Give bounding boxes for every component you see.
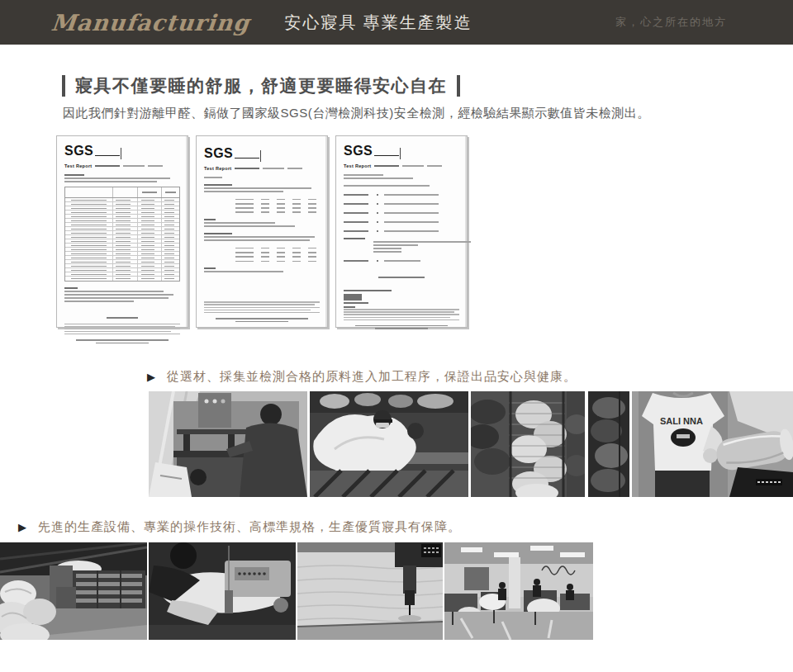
process-caption: ▶ 從選材、採集並檢測合格的原料進入加工程序，保證出品安心與健康。 — [147, 368, 793, 385]
manufacturing-script-logo: Manufacturing — [50, 10, 251, 35]
photo-press-machine-worker — [149, 391, 307, 497]
redacted-line — [427, 165, 442, 167]
document-footer — [204, 316, 320, 322]
test-results-table — [64, 187, 180, 282]
label-value-row — [344, 203, 459, 205]
sgs-reports-row: SGS Test Report — [56, 135, 793, 328]
photo-worker-wrapping-roll: SALI NNA — [632, 391, 793, 497]
label-value-row — [344, 194, 459, 196]
document-footer — [64, 338, 180, 343]
factory-floor-illustration — [444, 542, 593, 640]
header-bar: Manufacturing 安心寢具 專業生產製造 家，心之所在的地方 — [0, 0, 793, 45]
fine-print — [64, 322, 180, 334]
press-machine-illustration — [149, 391, 307, 497]
document-footer — [344, 324, 459, 329]
test-report-heading: Test Report — [64, 163, 180, 168]
photo-factory-floor — [444, 542, 593, 640]
photo-warehouse-rolls — [0, 542, 147, 640]
redacted-line-group — [204, 175, 320, 178]
pillow-rack-illustration — [471, 391, 585, 497]
sample-info-rows — [344, 187, 459, 232]
manufacturing-section: Manufacturing 安心寢具 專業生產製造 家，心之所在的地方 寢具不僅… — [0, 0, 793, 672]
redacted-section-2 — [204, 231, 320, 241]
results-grid-2 — [204, 244, 320, 262]
header-title: 安心寢具 專業生產製造 — [284, 12, 472, 34]
results-grid-1 — [204, 196, 320, 213]
redacted-line — [402, 165, 424, 167]
report-end-mark — [64, 307, 180, 322]
photo-dark-stacked-bags — [588, 391, 629, 497]
sgs-report-document-1: SGS Test Report — [56, 135, 188, 328]
label-value-row — [344, 212, 459, 214]
sgs-logo: SGS — [204, 145, 320, 159]
result-row — [344, 260, 459, 262]
arrow-icon: ▶ — [18, 521, 27, 533]
test-request-block — [344, 236, 459, 253]
redacted-line — [95, 165, 120, 167]
redacted-note-2 — [204, 266, 320, 272]
redacted-line — [263, 168, 284, 169]
duvet-workers-illustration — [310, 391, 468, 497]
process-caption-text: 從選材、採集並檢測合格的原料進入加工程序，保證出品安心與健康。 — [167, 369, 577, 385]
intro-section: 寢具不僅要睡的舒服，舒適更要睡得安心自在 因此我們針對游離甲醛、鎘做了國家級SG… — [62, 74, 793, 121]
redacted-paragraph — [64, 173, 180, 182]
photo-quilting-machine — [297, 542, 443, 640]
table-row — [65, 277, 179, 281]
redacted-notes — [64, 286, 180, 302]
redacted-line — [374, 165, 399, 167]
photo-duvet-filling-workers — [310, 391, 468, 497]
redacted-line — [148, 165, 163, 167]
see-next-page-mark — [344, 267, 459, 282]
sewing-illustration — [149, 542, 296, 640]
material-process-photos: SALI NNA — [149, 391, 793, 497]
sgs-report-document-3: SGS Test Report — [335, 135, 468, 328]
photo-stacked-pillows-rack — [471, 391, 585, 497]
fine-print — [204, 301, 320, 313]
roll-wrapping-illustration: SALI NNA — [632, 391, 793, 497]
redacted-address — [344, 172, 459, 179]
fine-print — [344, 308, 459, 320]
signature-stamp — [344, 288, 459, 308]
headline-right-bar — [457, 75, 460, 97]
label-value-row — [344, 221, 459, 223]
header-tagline: 家，心之所在的地方 — [615, 15, 727, 30]
redacted-line — [287, 168, 302, 169]
headline-row: 寢具不僅要睡的舒服，舒適更要睡得安心自在 — [62, 74, 793, 97]
warehouse-illustration — [0, 542, 147, 640]
shirt-text: SALI NNA — [660, 416, 703, 426]
quilting-illustration — [297, 542, 443, 640]
sgs-logo: SGS — [344, 145, 459, 157]
stacked-bags-illustration — [588, 391, 629, 497]
test-report-heading: Test Report — [344, 163, 459, 168]
production-caption: ▶ 先進的生產設備、專業的操作技術、高標準規格，生產優質寢具有保障。 — [18, 518, 793, 535]
headline-left-bar — [62, 75, 65, 97]
label-value-row — [344, 230, 459, 232]
page-title: 寢具不僅要睡的舒服，舒適更要睡得安心自在 — [75, 74, 447, 97]
arrow-icon: ▶ — [147, 371, 156, 383]
sgs-report-document-2: SGS Test Report — [196, 135, 328, 328]
production-photos — [0, 542, 793, 640]
intro-description: 因此我們針對游離甲醛、鎘做了國家級SGS(台灣檢測科技)安全檢測，經檢驗結果顯示… — [63, 106, 793, 121]
production-caption-text: 先進的生產設備、專業的操作技術、高標準規格，生產優質寢具有保障。 — [38, 519, 461, 535]
redacted-section-1 — [204, 182, 320, 192]
photo-sewing-machine-worker — [149, 542, 296, 640]
test-report-heading: Test Report — [204, 166, 320, 171]
redacted-note-1 — [204, 217, 320, 227]
redacted-line — [123, 165, 145, 167]
redacted-line — [235, 168, 259, 169]
sgs-logo: SGS — [64, 145, 180, 157]
